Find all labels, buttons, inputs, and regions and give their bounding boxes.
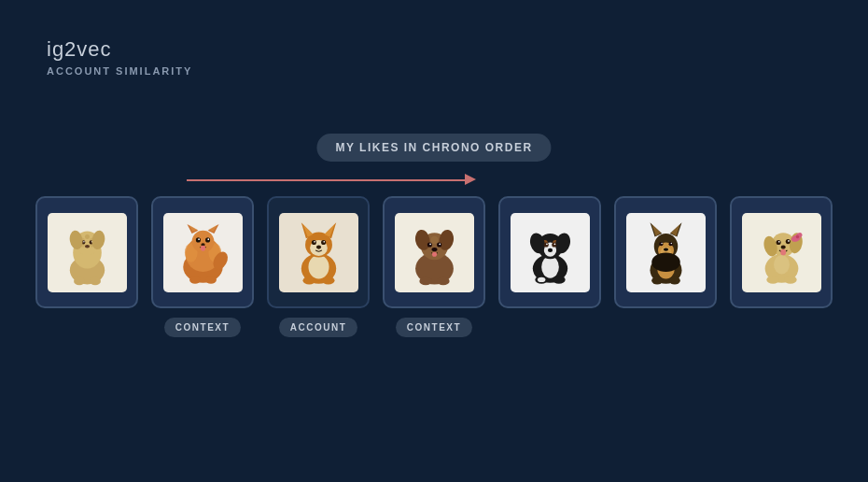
card-6[interactable]	[614, 196, 717, 308]
svg-point-13	[84, 245, 89, 248]
dog-7-svg	[742, 213, 821, 292]
dog-5-svg	[511, 213, 590, 292]
svg-point-30	[198, 238, 200, 240]
svg-point-117	[784, 276, 797, 284]
svg-point-28	[195, 237, 200, 242]
card-2-label: CONTEXT	[164, 318, 241, 337]
svg-point-85	[537, 276, 545, 281]
svg-point-98	[668, 242, 672, 246]
svg-point-80	[546, 243, 548, 245]
svg-point-17	[90, 276, 101, 285]
svg-point-46	[311, 239, 315, 244]
svg-point-79	[552, 242, 556, 247]
svg-point-64	[439, 243, 441, 245]
svg-point-97	[659, 242, 663, 246]
dog-4-svg	[395, 213, 474, 292]
svg-point-82	[547, 248, 552, 251]
svg-point-11	[83, 241, 84, 242]
svg-point-16	[74, 276, 85, 285]
svg-point-120	[795, 234, 798, 237]
svg-point-78	[543, 242, 548, 247]
svg-point-49	[323, 240, 325, 242]
svg-point-66	[431, 251, 436, 256]
svg-point-31	[207, 238, 209, 240]
svg-point-100	[670, 242, 671, 243]
svg-point-99	[661, 242, 662, 243]
svg-point-84	[553, 276, 566, 284]
timeline-arrow	[187, 170, 504, 189]
svg-point-52	[321, 276, 334, 285]
svg-point-62	[437, 242, 441, 247]
card-4[interactable]	[383, 196, 485, 308]
card-2[interactable]	[151, 196, 254, 308]
card-4-label: CONTEXT	[396, 318, 472, 337]
timeline-label: MY LIKES IN CHRONO ORDER	[316, 134, 551, 162]
svg-point-48	[314, 240, 315, 242]
svg-point-39	[308, 255, 329, 279]
svg-point-58	[430, 235, 439, 244]
card-wrapper-4: CONTEXT	[383, 196, 485, 337]
dog-3-svg	[279, 213, 358, 292]
card-7[interactable]	[730, 196, 833, 308]
svg-point-103	[668, 276, 679, 285]
svg-point-6	[84, 234, 89, 238]
svg-point-50	[315, 245, 320, 248]
svg-point-115	[774, 255, 790, 274]
svg-point-47	[321, 239, 326, 244]
app-title: ig2vec	[47, 37, 112, 62]
card-wrapper-2: CONTEXT	[151, 196, 254, 337]
svg-point-63	[429, 243, 431, 245]
svg-point-33	[200, 245, 204, 250]
svg-point-68	[437, 276, 450, 285]
card-3[interactable]	[267, 196, 370, 308]
svg-point-29	[205, 237, 210, 242]
svg-point-109	[776, 239, 780, 244]
cards-container: CONTEXT	[35, 196, 833, 337]
card-wrapper-6	[614, 196, 717, 308]
svg-point-114	[780, 248, 786, 255]
svg-point-35	[205, 276, 217, 284]
svg-point-81	[553, 243, 555, 245]
svg-point-101	[663, 248, 667, 250]
svg-point-110	[785, 239, 790, 244]
svg-point-71	[541, 255, 559, 277]
svg-point-65	[431, 247, 437, 250]
svg-point-67	[419, 276, 432, 285]
svg-point-92	[651, 252, 680, 271]
svg-point-112	[788, 240, 790, 242]
svg-point-34	[189, 276, 201, 284]
card-wrapper-1	[35, 196, 138, 308]
card-5[interactable]	[498, 196, 601, 308]
card-wrapper-7	[730, 196, 833, 308]
arrow-head	[465, 174, 476, 185]
card-3-label: ACCOUNT	[279, 318, 358, 337]
dog-6-svg	[626, 213, 706, 292]
dog-2-svg	[163, 213, 243, 292]
card-wrapper-5	[498, 196, 601, 308]
arrow-line	[187, 179, 467, 181]
app-subtitle: ACCOUNT SIMILARITY	[47, 65, 192, 77]
svg-point-113	[780, 245, 785, 248]
card-1[interactable]	[35, 196, 138, 308]
svg-point-111	[777, 240, 779, 242]
dog-1-svg	[48, 213, 127, 292]
svg-point-51	[302, 276, 315, 285]
svg-point-116	[766, 276, 779, 284]
card-wrapper-3: ACCOUNT	[267, 196, 370, 337]
svg-point-102	[651, 276, 663, 285]
svg-point-61	[427, 242, 431, 247]
